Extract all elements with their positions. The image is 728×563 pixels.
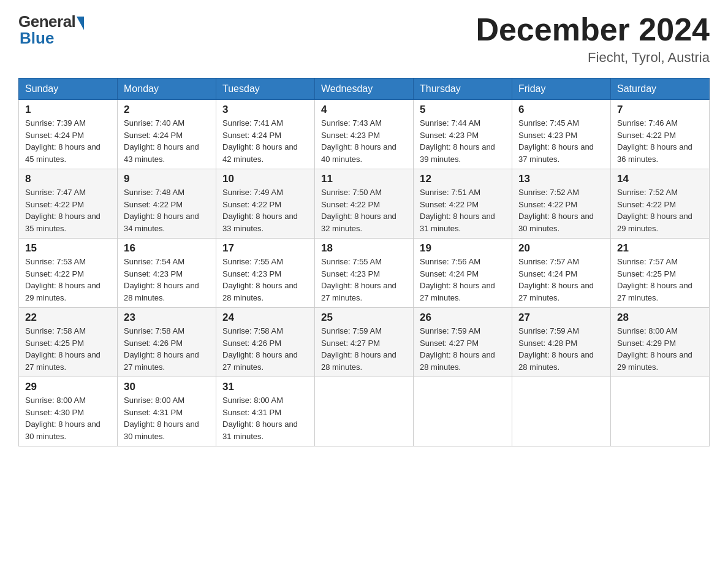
table-row: 5 Sunrise: 7:44 AM Sunset: 4:23 PM Dayli… (414, 100, 512, 169)
day-number: 30 (124, 381, 210, 393)
table-row: 6 Sunrise: 7:45 AM Sunset: 4:23 PM Dayli… (512, 100, 611, 169)
day-number: 3 (222, 104, 308, 116)
table-row: 19 Sunrise: 7:56 AM Sunset: 4:24 PM Dayl… (414, 239, 512, 308)
table-row: 25 Sunrise: 7:59 AM Sunset: 4:27 PM Dayl… (315, 308, 414, 377)
table-row: 17 Sunrise: 7:55 AM Sunset: 4:23 PM Dayl… (216, 239, 315, 308)
table-row: 4 Sunrise: 7:43 AM Sunset: 4:23 PM Dayli… (315, 100, 414, 169)
day-info: Sunrise: 7:55 AM Sunset: 4:23 PM Dayligh… (222, 256, 308, 304)
day-number: 18 (321, 242, 407, 255)
day-number: 5 (420, 104, 506, 116)
day-number: 25 (321, 312, 407, 324)
header-wednesday: Wednesday (315, 79, 414, 100)
day-info: Sunrise: 7:58 AM Sunset: 4:26 PM Dayligh… (124, 325, 210, 373)
day-info: Sunrise: 7:51 AM Sunset: 4:22 PM Dayligh… (420, 186, 506, 234)
table-row (315, 377, 414, 446)
page-header: General Blue December 2024 Fiecht, Tyrol… (18, 12, 710, 66)
table-row: 2 Sunrise: 7:40 AM Sunset: 4:24 PM Dayli… (118, 100, 216, 169)
day-info: Sunrise: 7:41 AM Sunset: 4:24 PM Dayligh… (222, 117, 308, 165)
day-number: 22 (25, 312, 111, 324)
day-info: Sunrise: 7:47 AM Sunset: 4:22 PM Dayligh… (25, 186, 111, 234)
day-info: Sunrise: 7:46 AM Sunset: 4:22 PM Dayligh… (617, 117, 703, 165)
table-row: 29 Sunrise: 8:00 AM Sunset: 4:30 PM Dayl… (19, 377, 118, 446)
day-info: Sunrise: 7:52 AM Sunset: 4:22 PM Dayligh… (518, 186, 604, 234)
day-number: 4 (321, 104, 407, 116)
day-number: 13 (518, 173, 604, 185)
day-number: 15 (25, 242, 111, 255)
calendar-week-row: 1 Sunrise: 7:39 AM Sunset: 4:24 PM Dayli… (19, 100, 710, 169)
calendar-header-row: Sunday Monday Tuesday Wednesday Thursday… (19, 79, 710, 100)
table-row: 26 Sunrise: 7:59 AM Sunset: 4:27 PM Dayl… (414, 308, 512, 377)
header-tuesday: Tuesday (216, 79, 315, 100)
logo-arrow-icon (77, 17, 84, 30)
day-number: 11 (321, 173, 407, 185)
table-row: 31 Sunrise: 8:00 AM Sunset: 4:31 PM Dayl… (216, 377, 315, 446)
calendar-week-row: 22 Sunrise: 7:58 AM Sunset: 4:25 PM Dayl… (19, 308, 710, 377)
table-row: 22 Sunrise: 7:58 AM Sunset: 4:25 PM Dayl… (19, 308, 118, 377)
day-number: 23 (124, 312, 210, 324)
day-number: 1 (25, 104, 111, 116)
table-row: 30 Sunrise: 8:00 AM Sunset: 4:31 PM Dayl… (118, 377, 216, 446)
day-info: Sunrise: 8:00 AM Sunset: 4:31 PM Dayligh… (124, 394, 210, 442)
day-number: 24 (222, 312, 308, 324)
day-info: Sunrise: 7:59 AM Sunset: 4:27 PM Dayligh… (420, 325, 506, 373)
day-info: Sunrise: 7:53 AM Sunset: 4:22 PM Dayligh… (25, 256, 111, 304)
calendar-week-row: 15 Sunrise: 7:53 AM Sunset: 4:22 PM Dayl… (19, 239, 710, 308)
day-info: Sunrise: 7:56 AM Sunset: 4:24 PM Dayligh… (420, 256, 506, 304)
day-info: Sunrise: 8:00 AM Sunset: 4:30 PM Dayligh… (25, 394, 111, 442)
logo: General Blue (18, 12, 84, 48)
day-info: Sunrise: 7:43 AM Sunset: 4:23 PM Dayligh… (321, 117, 407, 165)
table-row: 9 Sunrise: 7:48 AM Sunset: 4:22 PM Dayli… (118, 169, 216, 239)
day-info: Sunrise: 7:55 AM Sunset: 4:23 PM Dayligh… (321, 256, 407, 304)
month-title: December 2024 (476, 12, 710, 47)
table-row: 13 Sunrise: 7:52 AM Sunset: 4:22 PM Dayl… (512, 169, 611, 239)
table-row: 11 Sunrise: 7:50 AM Sunset: 4:22 PM Dayl… (315, 169, 414, 239)
table-row: 14 Sunrise: 7:52 AM Sunset: 4:22 PM Dayl… (611, 169, 710, 239)
day-number: 2 (124, 104, 210, 116)
day-number: 19 (420, 242, 506, 255)
table-row: 1 Sunrise: 7:39 AM Sunset: 4:24 PM Dayli… (19, 100, 118, 169)
header-saturday: Saturday (611, 79, 710, 100)
day-number: 7 (617, 104, 703, 116)
calendar-week-row: 8 Sunrise: 7:47 AM Sunset: 4:22 PM Dayli… (19, 169, 710, 239)
day-number: 16 (124, 242, 210, 255)
day-number: 10 (222, 173, 308, 185)
day-number: 20 (518, 242, 604, 255)
table-row: 8 Sunrise: 7:47 AM Sunset: 4:22 PM Dayli… (19, 169, 118, 239)
day-info: Sunrise: 7:52 AM Sunset: 4:22 PM Dayligh… (617, 186, 703, 234)
day-number: 21 (617, 242, 703, 255)
day-number: 8 (25, 173, 111, 185)
table-row: 27 Sunrise: 7:59 AM Sunset: 4:28 PM Dayl… (512, 308, 611, 377)
day-info: Sunrise: 8:00 AM Sunset: 4:29 PM Dayligh… (617, 325, 703, 373)
header-monday: Monday (118, 79, 216, 100)
table-row (414, 377, 512, 446)
day-info: Sunrise: 8:00 AM Sunset: 4:31 PM Dayligh… (222, 394, 308, 442)
day-number: 26 (420, 312, 506, 324)
day-info: Sunrise: 7:54 AM Sunset: 4:23 PM Dayligh… (124, 256, 210, 304)
day-number: 17 (222, 242, 308, 255)
day-number: 28 (617, 312, 703, 324)
table-row: 20 Sunrise: 7:57 AM Sunset: 4:24 PM Dayl… (512, 239, 611, 308)
day-info: Sunrise: 7:50 AM Sunset: 4:22 PM Dayligh… (321, 186, 407, 234)
day-number: 27 (518, 312, 604, 324)
day-info: Sunrise: 7:40 AM Sunset: 4:24 PM Dayligh… (124, 117, 210, 165)
day-info: Sunrise: 7:58 AM Sunset: 4:25 PM Dayligh… (25, 325, 111, 373)
day-info: Sunrise: 7:44 AM Sunset: 4:23 PM Dayligh… (420, 117, 506, 165)
table-row: 7 Sunrise: 7:46 AM Sunset: 4:22 PM Dayli… (611, 100, 710, 169)
table-row: 24 Sunrise: 7:58 AM Sunset: 4:26 PM Dayl… (216, 308, 315, 377)
day-info: Sunrise: 7:57 AM Sunset: 4:25 PM Dayligh… (617, 256, 703, 304)
table-row: 28 Sunrise: 8:00 AM Sunset: 4:29 PM Dayl… (611, 308, 710, 377)
day-number: 31 (222, 381, 308, 393)
logo-blue-text: Blue (20, 29, 54, 48)
header-friday: Friday (512, 79, 611, 100)
day-info: Sunrise: 7:59 AM Sunset: 4:27 PM Dayligh… (321, 325, 407, 373)
header-sunday: Sunday (19, 79, 118, 100)
day-number: 9 (124, 173, 210, 185)
day-number: 14 (617, 173, 703, 185)
day-info: Sunrise: 7:58 AM Sunset: 4:26 PM Dayligh… (222, 325, 308, 373)
header-thursday: Thursday (414, 79, 512, 100)
table-row: 23 Sunrise: 7:58 AM Sunset: 4:26 PM Dayl… (118, 308, 216, 377)
day-info: Sunrise: 7:39 AM Sunset: 4:24 PM Dayligh… (25, 117, 111, 165)
day-info: Sunrise: 7:59 AM Sunset: 4:28 PM Dayligh… (518, 325, 604, 373)
day-number: 12 (420, 173, 506, 185)
table-row: 21 Sunrise: 7:57 AM Sunset: 4:25 PM Dayl… (611, 239, 710, 308)
